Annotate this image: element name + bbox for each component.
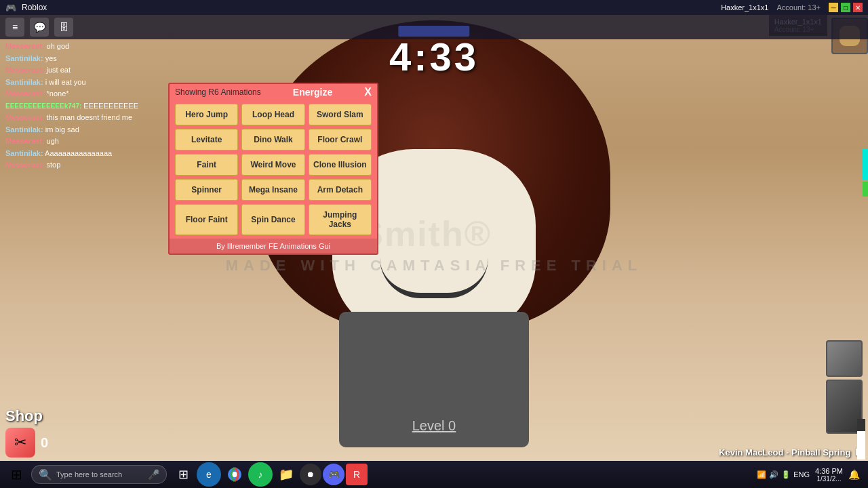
anim-btn-weird-move[interactable]: Weird Move — [241, 154, 304, 176]
chat-message-7: Messerast: this man doesnt friend me — [5, 112, 168, 123]
anim-btn-levitate[interactable]: Levitate — [175, 129, 238, 150]
server-bar — [398, 26, 469, 37]
taskbar-folder-icon[interactable]: 📁 — [274, 462, 298, 487]
anim-btn-floor-faint[interactable]: Floor Faint — [175, 204, 238, 235]
level-indicator: Level 0 — [412, 418, 456, 434]
window-title: Roblox — [22, 3, 47, 12]
chat-text-11: stop — [47, 161, 61, 169]
chat-text-3: just eat — [47, 66, 71, 74]
chat-message-3: Messerast: just eat — [5, 64, 168, 76]
roblox-icon: 🎮 — [5, 3, 16, 13]
anim-btn-arm-detach[interactable]: Arm Detach — [309, 179, 372, 201]
chat-text-6: EEEEEEEEEEE — [83, 102, 138, 110]
chat-message-9: Messerast: ugh — [5, 136, 168, 147]
maximize-button[interactable]: □ — [841, 3, 850, 12]
gui-header-label: Showing R6 Animations — [175, 87, 261, 97]
notification-button[interactable]: 🔔 — [848, 469, 860, 480]
bottom-avatar-1 — [826, 340, 863, 377]
anim-btn-spinner[interactable]: Spinner — [175, 179, 238, 201]
taskbar-edge-icon[interactable]: e — [197, 462, 221, 487]
animation-buttons-grid: Hero Jump Loop Head Sword Slam Levitate … — [170, 100, 377, 239]
gui-footer: By Illremember FE Animations Gui — [170, 239, 377, 253]
chat-panel: Messerast: oh god Santinilak: yes Messer… — [5, 41, 168, 171]
chat-text-8: im big sad — [45, 125, 79, 134]
chat-menu-icon[interactable]: 💬 — [30, 18, 49, 37]
account-info: Account: 13+ — [776, 3, 821, 12]
minimize-button[interactable]: ─ — [829, 3, 838, 12]
chat-username-8: Santinilak: — [5, 125, 43, 134]
anim-btn-spin-dance[interactable]: Spin Dance — [241, 204, 304, 235]
chat-message-11: Messerast: stop — [5, 159, 168, 171]
taskbar-roblox-icon[interactable]: R — [346, 464, 368, 485]
chat-text-10: Aaaaaaaaaaaaaaaa — [45, 149, 112, 157]
gui-close-button[interactable]: X — [364, 87, 372, 98]
cyan-accent-bar — [863, 149, 868, 180]
chat-message-6: EEEEEEEEEEEEEk747: EEEEEEEEEEE — [5, 100, 168, 112]
username-info: Haxker_1x1x1 — [721, 3, 768, 12]
battery-icon: 🔋 — [781, 470, 791, 479]
song-info: Kevin MacLeod - Pinball Spring ⏸ — [719, 447, 863, 458]
chat-username-6: EEEEEEEEEEEEEk747: — [5, 102, 81, 110]
wifi-icon: 📶 — [757, 470, 766, 479]
chat-username-3: Messerast: — [5, 66, 44, 74]
chat-username-11: Messerast: — [5, 161, 44, 169]
chat-username-10: Santinilak: — [5, 149, 43, 157]
music-progress-bar[interactable] — [857, 419, 865, 460]
titlebar: 🎮 Roblox Haxker_1x1x1 Account: 13+ ─ □ ✕ — [0, 0, 868, 15]
chat-text-4: i will eat you — [45, 78, 86, 86]
anim-btn-faint[interactable]: Faint — [175, 154, 238, 176]
taskbar-search-bar[interactable]: 🔍 Type here to search 🎤 — [31, 465, 167, 484]
chat-message-8: Santinilak: im big sad — [5, 124, 168, 136]
taskbar-spotify-icon[interactable]: ♪ — [248, 462, 273, 487]
anim-btn-dino-walk[interactable]: Dino Walk — [241, 129, 304, 150]
chat-text-2: yes — [45, 54, 57, 62]
anim-btn-clone-illusion[interactable]: Clone Illusion — [309, 154, 372, 176]
title-right: Haxker_1x1x1 Account: 13+ ─ □ ✕ — [721, 3, 863, 12]
chat-username-1: Messerast: — [5, 42, 44, 50]
shop-area: Shop ✂ 0 — [5, 407, 48, 458]
robux-count: 0 — [41, 435, 48, 451]
chat-username-5: Messerast: — [5, 89, 44, 98]
chat-username-4: Santinilak: — [5, 78, 43, 86]
shop-label: Shop — [5, 407, 48, 425]
anim-btn-hero-jump[interactable]: Hero Jump — [175, 104, 238, 125]
inventory-menu-icon[interactable]: 🗄 — [54, 18, 73, 37]
animation-gui: Showing R6 Animations Energize X Hero Ju… — [168, 83, 378, 255]
chat-text-5: *none* — [47, 89, 69, 98]
chat-message-1: Messerast: oh god — [5, 41, 168, 52]
shop-icon[interactable]: ✂ — [5, 428, 35, 458]
anim-btn-sword-slam[interactable]: Sword Slam — [309, 104, 372, 125]
system-clock: 4:36 PM 1/31/2... — [815, 467, 843, 483]
tray-icons: 📶 🔊 🔋 ENG — [757, 470, 810, 479]
windows-logo-icon: ⊞ — [11, 466, 22, 483]
game-timer: 4:33 — [389, 34, 479, 79]
date-display: 1/31/2... — [815, 475, 843, 483]
anim-btn-floor-crawl[interactable]: Floor Crawl — [309, 129, 372, 150]
taskbar-obs-icon[interactable]: ⏺ — [300, 464, 321, 485]
window-controls: ─ □ ✕ — [829, 3, 863, 12]
taskbar-view-icon[interactable]: ⊞ — [171, 462, 195, 487]
gui-name-label: Energize — [293, 87, 332, 98]
chat-text-1: oh god — [47, 42, 70, 50]
start-button[interactable]: ⊞ — [3, 461, 30, 488]
search-icon: 🔍 — [39, 468, 52, 481]
anim-btn-mega-insane[interactable]: Mega Insane — [241, 179, 304, 201]
chat-message-4: Santinilak: i will eat you — [5, 77, 168, 88]
chat-username-7: Messerast: — [5, 113, 44, 121]
anim-btn-jumping-jacks[interactable]: Jumping Jacks — [309, 204, 372, 235]
svg-point-2 — [232, 472, 237, 477]
chat-message-10: Santinilak: Aaaaaaaaaaaaaaaa — [5, 148, 168, 159]
taskbar-discord-icon[interactable]: 🎮 — [323, 464, 344, 485]
taskbar-chrome-icon[interactable] — [222, 462, 247, 487]
anim-btn-loop-head[interactable]: Loop Head — [241, 104, 304, 125]
chat-text-9: ugh — [47, 137, 59, 145]
green-accent-bar — [863, 182, 868, 197]
hamburger-menu-icon[interactable]: ≡ — [5, 18, 24, 37]
shop-icon-container: ✂ 0 — [5, 428, 48, 458]
title-left: 🎮 Roblox — [5, 3, 47, 13]
close-button[interactable]: ✕ — [853, 3, 863, 12]
taskbar: ⊞ 🔍 Type here to search 🎤 ⊞ e ♪ 📁 ⏺ 🎮 R … — [0, 461, 868, 488]
song-title: Kevin MacLeod - Pinball Spring — [719, 447, 850, 458]
chat-message-2: Santinilak: yes — [5, 53, 168, 64]
taskbar-app-icons: ⊞ e ♪ 📁 ⏺ 🎮 R — [171, 462, 368, 487]
